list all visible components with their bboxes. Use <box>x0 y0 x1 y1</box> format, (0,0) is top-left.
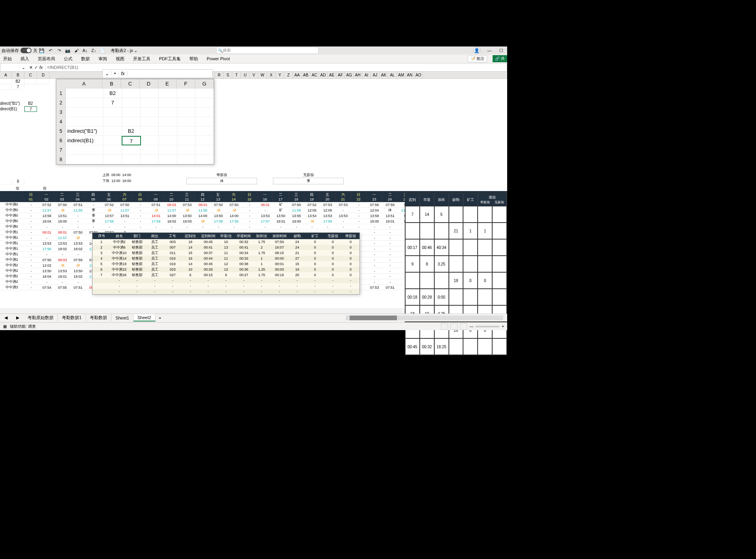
cell[interactable] <box>159 117 177 126</box>
column-header[interactable]: AJ <box>371 72 380 78</box>
column-header[interactable]: AE <box>328 72 336 78</box>
sheet-nav-prev-icon[interactable]: ◀ <box>0 315 12 320</box>
ribbon-tab[interactable]: 页面布局 <box>36 55 57 63</box>
cell[interactable]: 7 <box>122 136 141 145</box>
cell[interactable] <box>141 108 159 117</box>
camera-icon[interactable]: 📷 <box>65 47 71 54</box>
sheet-tab[interactable]: 考勤数据1 <box>58 314 86 321</box>
table-row[interactable]: -------------- <box>93 283 359 289</box>
search-box[interactable]: 🔍 搜索 <box>216 47 319 54</box>
cell[interactable] <box>177 145 196 155</box>
confirm-formula-icon[interactable]: ✓ <box>34 65 38 70</box>
cell[interactable] <box>141 136 159 145</box>
column-header[interactable]: U <box>241 72 250 78</box>
cell[interactable] <box>141 126 159 136</box>
column-header[interactable]: T <box>232 72 241 78</box>
column-header[interactable]: Y <box>276 72 284 78</box>
cell[interactable] <box>195 108 214 117</box>
ribbon-tab[interactable]: 插入 <box>19 55 31 63</box>
cell[interactable]: B2 <box>122 126 141 136</box>
table-row[interactable]: 5中中酒18销售部员工0191400:451200:38100:0115000 <box>93 261 359 267</box>
cell[interactable] <box>122 117 141 126</box>
brush-icon[interactable]: 🖌 <box>73 47 80 54</box>
name-box-dropdown-icon[interactable]: ⌄ <box>20 65 27 70</box>
cell[interactable] <box>104 145 122 155</box>
column-header[interactable]: W <box>258 72 267 78</box>
column-header[interactable]: C <box>24 72 37 78</box>
ribbon-tab[interactable]: PDF工具集 <box>158 55 182 63</box>
cell[interactable] <box>104 136 122 145</box>
sheet-nav-next-icon[interactable]: ▶ <box>12 315 24 320</box>
cell[interactable] <box>141 117 159 126</box>
column-header[interactable]: S <box>224 72 232 78</box>
cell[interactable]: indirect(B1) <box>66 136 104 145</box>
floating-summary-table[interactable]: 序号姓名部门岗位工号迟到/次迟到时间早退/次早退时间加班/次加班时间缺勤矿工无薪… <box>92 232 360 295</box>
cell[interactable] <box>141 89 159 98</box>
cell[interactable] <box>66 98 104 108</box>
cell[interactable] <box>104 108 122 117</box>
ribbon-tab[interactable]: 开始 <box>2 55 13 63</box>
cell[interactable]: 7 <box>104 98 122 108</box>
user-avatar-icon[interactable]: 👤 <box>473 46 481 54</box>
column-header[interactable]: AO <box>414 72 423 78</box>
table-row[interactable]: 7中中酒26销售部员工027600:15900:271.7500:1820000 <box>93 272 359 278</box>
column-header[interactable]: AC <box>310 72 319 78</box>
ribbon-tab[interactable]: 数据 <box>80 55 91 63</box>
zoom-in-icon[interactable]: + <box>502 324 504 329</box>
column-header[interactable]: Z <box>284 72 293 78</box>
sheet-tab[interactable]: 考勤原始数据 <box>24 314 58 321</box>
cell[interactable] <box>177 89 196 98</box>
ribbon-tab[interactable]: 审阅 <box>97 55 109 63</box>
cell[interactable] <box>159 155 177 164</box>
column-header[interactable]: A <box>0 72 12 78</box>
autosave-toggle[interactable] <box>20 48 32 53</box>
column-header[interactable]: AN <box>406 72 414 78</box>
cell[interactable] <box>159 89 177 98</box>
cell[interactable] <box>122 98 141 108</box>
cell[interactable] <box>122 108 141 117</box>
ribbon-tab[interactable]: 帮助 <box>188 55 200 63</box>
cell[interactable] <box>177 117 196 126</box>
table-row[interactable]: 1中中酒2销售部员工0031800:451000:321.7507:592400… <box>93 239 359 245</box>
table-row[interactable]: -------------- <box>93 278 359 283</box>
column-header[interactable]: R <box>215 72 224 78</box>
cell[interactable] <box>159 126 177 136</box>
column-header[interactable]: X <box>267 72 276 78</box>
cell[interactable] <box>195 155 214 164</box>
cell[interactable] <box>104 126 122 136</box>
ribbon-tab[interactable]: 公式 <box>62 55 74 63</box>
share-button[interactable]: 🔗 共 <box>493 55 507 62</box>
ribbon-tab[interactable]: 开发工具 <box>132 55 152 63</box>
cell[interactable] <box>141 145 159 155</box>
cell[interactable] <box>66 89 104 98</box>
column-header[interactable]: AD <box>319 72 328 78</box>
table-row[interactable]: 2中中酒6销售部员工0071400:411300:41216:0724000 <box>93 245 359 250</box>
sheet-tab-active[interactable]: Sheet2 <box>133 314 156 321</box>
cell[interactable] <box>141 98 159 108</box>
column-header[interactable]: AI <box>362 72 371 78</box>
cell[interactable] <box>66 117 104 126</box>
column-header[interactable]: AH <box>354 72 362 78</box>
column-header[interactable]: AL <box>388 72 397 78</box>
column-header[interactable]: AK <box>380 72 388 78</box>
undo-icon[interactable]: ↶ <box>47 47 54 54</box>
redo-icon[interactable]: ↷ <box>56 47 62 54</box>
sort-asc-icon[interactable]: A↓ <box>82 47 88 54</box>
cell[interactable] <box>195 117 214 126</box>
column-header[interactable]: AB <box>302 72 310 78</box>
ribbon-tab[interactable]: 视图 <box>114 55 126 63</box>
zoom-slider[interactable] <box>476 326 499 327</box>
cell[interactable] <box>122 155 141 164</box>
add-sheet-icon[interactable]: + <box>156 316 164 320</box>
cell[interactable] <box>159 108 177 117</box>
maximize-icon[interactable]: ☐ <box>498 47 504 54</box>
cancel-formula-icon[interactable]: ✕ <box>29 65 33 70</box>
column-header[interactable]: AG <box>345 72 354 78</box>
filename-dropdown-icon[interactable]: ⌄ <box>134 48 137 53</box>
cell[interactable] <box>178 136 196 145</box>
zoom-out-icon[interactable]: — <box>469 324 473 329</box>
cell[interactable] <box>195 126 214 136</box>
cell[interactable] <box>177 108 196 117</box>
cell[interactable] <box>159 145 177 155</box>
table-row[interactable]: 4中中酒14销售部员工0151600:441100:32100:0027000 <box>93 256 359 261</box>
